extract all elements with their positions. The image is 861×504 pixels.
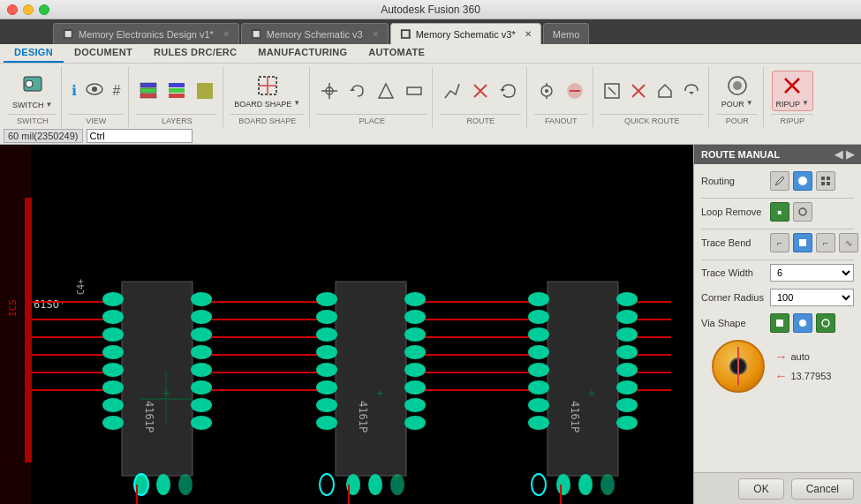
cancel-button[interactable]: Cancel xyxy=(791,478,854,500)
svg-point-66 xyxy=(191,416,212,430)
route-btn-3[interactable] xyxy=(496,80,521,102)
board-shape-button[interactable]: BOARD SHAPE ▼ xyxy=(230,71,304,110)
layers-group-label: LAYERS xyxy=(136,114,217,125)
svg-point-116 xyxy=(578,474,593,495)
place-rect-button[interactable] xyxy=(402,80,427,102)
svg-rect-4 xyxy=(140,94,156,98)
maximize-button[interactable] xyxy=(39,4,49,15)
routing-btn-circle[interactable] xyxy=(793,171,812,191)
view-info-button[interactable]: ℹ xyxy=(69,81,79,100)
svg-rect-8 xyxy=(169,88,185,93)
panel-collapse-arrows[interactable]: ◀ ▶ xyxy=(835,148,854,161)
trace-width-select[interactable]: 6 8 10 xyxy=(770,264,854,282)
fanout-btn-1[interactable] xyxy=(534,80,559,102)
panel-arrow-left[interactable]: ◀ xyxy=(835,148,842,161)
route-refresh-icon xyxy=(499,81,518,101)
route-btn-2[interactable] xyxy=(468,80,493,102)
via-numeric-row: ← 13.77953 xyxy=(775,369,844,383)
svg-point-100 xyxy=(528,310,549,324)
bend-btn-solid[interactable] xyxy=(793,233,812,252)
layer-stack-icon xyxy=(139,81,158,101)
pour-icon xyxy=(725,73,750,98)
pour-group-label: POUR xyxy=(716,114,758,125)
svg-rect-133 xyxy=(827,182,830,185)
close-button[interactable] xyxy=(7,4,18,15)
board-shape-label: BOARD SHAPE xyxy=(234,100,291,109)
layer-btn-1[interactable] xyxy=(136,80,161,102)
loop-remove-btn-1[interactable]: ■ xyxy=(770,202,789,222)
tab-icon-1: 🔲 xyxy=(63,29,73,39)
pcb-canvas-area[interactable]: IC5 61SO⁺ 61SO⁺ xyxy=(0,145,693,504)
routing-label: Routing xyxy=(701,176,765,186)
tab-close-3[interactable]: ✕ xyxy=(525,29,532,39)
tab-memory-electronics[interactable]: 🔲 Memory Electronics Design v1* ✕ xyxy=(53,23,239,44)
svg-point-110 xyxy=(616,345,638,359)
fanout-btn-2[interactable] xyxy=(563,80,587,102)
ok-button[interactable]: OK xyxy=(738,478,783,500)
tab-close-2[interactable]: ✕ xyxy=(372,29,379,39)
layer-btn-2[interactable] xyxy=(164,80,189,102)
svg-point-91 xyxy=(404,416,426,430)
qr-btn-4[interactable] xyxy=(680,81,703,101)
svg-point-85 xyxy=(404,310,426,324)
route-btn-1[interactable] xyxy=(440,80,464,102)
tab-memory-schematic-active[interactable]: 🔲 Memory Schematic v3* ✕ xyxy=(390,23,541,44)
via-shape-btn-circle-active[interactable] xyxy=(793,313,812,333)
svg-point-117 xyxy=(600,474,615,495)
qr-btn-1[interactable] xyxy=(600,81,623,101)
switch-button[interactable]: SWITCH ▼ xyxy=(9,70,56,111)
eye-icon xyxy=(86,83,103,99)
ribbon-tab-rules[interactable]: RULES DRC/ERC xyxy=(143,44,247,63)
ribbon-tab-automate[interactable]: AUTOMATE xyxy=(358,44,435,63)
view-eye-button[interactable] xyxy=(83,82,106,100)
bend-btn-angle[interactable]: ⌐ xyxy=(816,233,835,252)
minimize-button[interactable] xyxy=(23,4,34,15)
ribbon-group-layers: LAYERS xyxy=(131,67,223,127)
place-undo-button[interactable] xyxy=(345,80,370,102)
bend-btn-corner[interactable]: ⌐ xyxy=(770,233,789,252)
triangle-icon xyxy=(376,81,396,101)
command-input[interactable] xyxy=(87,129,193,143)
tab-icon-3: 🔲 xyxy=(400,29,411,39)
ribbon-tabs: DESIGN DOCUMENT RULES DRC/ERC MANUFACTUR… xyxy=(0,44,861,64)
qr-btn-2[interactable] xyxy=(627,81,650,101)
layer-btn-3[interactable] xyxy=(193,80,217,102)
loop-remove-btn-2[interactable] xyxy=(793,202,812,222)
svg-point-94 xyxy=(390,474,404,495)
tab-close-1[interactable]: ✕ xyxy=(223,29,230,39)
svg-point-106 xyxy=(528,416,549,430)
ribbon-tab-design[interactable]: DESIGN xyxy=(4,44,64,63)
bend-btn-curve[interactable]: ∿ xyxy=(839,233,858,252)
corner-radius-select[interactable]: 100 50 xyxy=(770,289,854,306)
traffic-lights xyxy=(7,4,49,15)
view-grid-button[interactable]: # xyxy=(110,82,123,100)
routing-btn-pen[interactable] xyxy=(770,171,789,191)
ribbon-group-pour: POUR ▼ POUR xyxy=(711,67,764,127)
svg-point-129 xyxy=(798,177,807,185)
ribbon-tab-manufacturing[interactable]: MANUFACTURING xyxy=(247,44,358,63)
ribbon-tab-document[interactable]: DOCUMENT xyxy=(64,44,143,63)
coordinates-display: 60 mil(2350249) xyxy=(4,129,83,143)
via-shape-btn-square[interactable] xyxy=(770,313,789,333)
grid-icon: # xyxy=(112,83,120,99)
place-crosshair-button[interactable] xyxy=(317,80,342,102)
svg-marker-17 xyxy=(350,88,355,91)
qr-btn-3[interactable] xyxy=(653,81,676,101)
tab-label-4: Memo xyxy=(553,29,580,40)
panel-title: ROUTE MANUAL xyxy=(701,149,780,160)
via-shape-btn-circle[interactable] xyxy=(816,313,835,333)
panel-arrow-right[interactable]: ▶ xyxy=(846,148,854,161)
svg-point-3 xyxy=(92,87,97,92)
routing-btn-grid[interactable] xyxy=(816,171,835,191)
view-group-label: VIEW xyxy=(69,114,123,125)
tab-memo[interactable]: Memo xyxy=(543,23,590,44)
pcb-canvas-svg: IC5 61SO⁺ 61SO⁺ xyxy=(0,145,693,504)
svg-text:+: + xyxy=(162,386,170,400)
board-shape-group-label: BOARD SHAPE xyxy=(230,114,304,125)
board-shape-icon xyxy=(255,73,280,98)
trace-width-label: Trace Width xyxy=(701,267,765,278)
tab-memory-schematic[interactable]: 🔲 Memory Schematic v3 ✕ xyxy=(241,23,389,44)
pour-button[interactable]: POUR ▼ xyxy=(718,71,757,110)
place-triangle-button[interactable] xyxy=(374,80,398,102)
ripup-button[interactable]: RIPUP ▼ xyxy=(772,71,813,111)
